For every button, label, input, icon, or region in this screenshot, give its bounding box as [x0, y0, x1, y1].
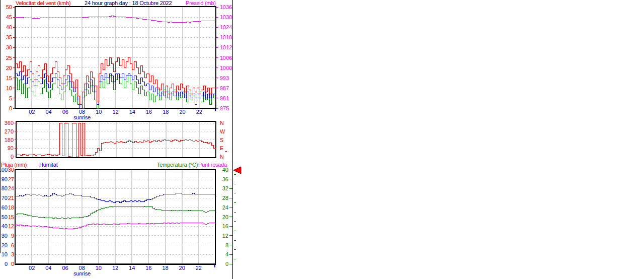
wind-axis-tick-label: 40	[6, 24, 12, 30]
rain-axis-tick-label: 9	[11, 233, 14, 239]
pressure-axis-title: Pressió (mb)	[186, 1, 216, 6]
compass-axis-label: N	[220, 120, 224, 126]
humidity-legend-label: Humitat	[39, 162, 58, 168]
direction-axis-tick-label: 270	[5, 128, 14, 134]
wind-speed-axis-title: Velocitat del vent (kmh)	[16, 1, 71, 6]
pressure-axis-tick-label: 1030	[220, 14, 232, 20]
humidity-axis-tick-label: 0	[5, 261, 8, 267]
x-axis-hour-label: 06	[62, 265, 68, 271]
wind-axis-tick-label: 5	[9, 95, 12, 101]
wind-axis-tick-label: 45	[6, 14, 12, 20]
pressure-axis-tick-label: 993	[220, 75, 229, 81]
x-axis-hour-label: 18	[163, 109, 169, 115]
temperature-axis-tick-label: 32	[222, 185, 228, 191]
temperature-axis-tick-label: 0	[225, 261, 228, 267]
wind-axis-tick-label: 35	[6, 34, 12, 40]
wind-axis-tick-label: 0	[9, 105, 12, 111]
x-axis-hour-label: 22	[196, 265, 202, 271]
pressure-axis-tick-label: 987	[220, 85, 229, 91]
graph-title: 24 hour graph day : 18 Octubre 2022	[85, 1, 172, 6]
wind-axis-tick-label: 15	[6, 75, 12, 81]
x-axis-hour-label: 10	[96, 109, 102, 115]
x-axis-end-tick	[215, 109, 216, 111]
x-axis-hour-label: 04	[45, 265, 51, 271]
compass-axis-label: S	[220, 137, 223, 143]
temperature-axis-tick-label: 16	[222, 223, 228, 229]
x-axis-hour-label: 22	[196, 109, 202, 115]
rain-legend-label: Pluja (mm)	[1, 162, 27, 168]
humidity-axis-tick-label: 60	[2, 204, 8, 211]
temperature-axis-tick-label: 12	[222, 233, 228, 239]
sunrise-label-bottom: sunrise	[72, 271, 92, 276]
rain-axis-tick-label: 21	[8, 195, 14, 201]
rain-axis-tick-label: 0	[11, 261, 14, 267]
wind-axis-tick-label: 25	[6, 55, 12, 61]
temperature-axis-tick-label: 28	[222, 195, 228, 201]
pressure-axis-tick-label: 1018	[220, 34, 232, 40]
direction-axis-tick-label: 0	[11, 154, 14, 160]
x-axis-hour-label: 20	[179, 265, 185, 271]
x-axis-hour-label: 14	[129, 109, 135, 115]
wind-axis-tick-label: 10	[6, 85, 12, 91]
pressure-axis-tick-label: 1000	[220, 65, 232, 71]
x-axis-hour-label: 02	[29, 265, 35, 271]
current-level-arrow-icon	[233, 167, 241, 174]
pressure-axis-tick-label: 1036	[220, 4, 232, 10]
direction-axis-tick-label: 360	[5, 120, 14, 126]
wind-axis-tick-label: 20	[6, 65, 12, 71]
rain-axis-tick-label: 24	[8, 185, 14, 191]
temperature-axis-tick-label: 4	[225, 251, 228, 257]
x-axis-hour-label: 02	[29, 109, 35, 115]
humidity-axis-tick-label: 80	[2, 185, 8, 191]
pressure-axis-tick-label: 1024	[220, 24, 232, 30]
x-axis-hour-label: 18	[162, 265, 168, 271]
weather-24h-graph-page: 5045403530252015105010361030102410181012…	[0, 0, 644, 279]
humidity-axis-tick-label: 30	[2, 233, 8, 239]
x-axis-hour-label: 20	[179, 109, 185, 115]
weather-graph-canvas: 5045403530252015105010361030102410181012…	[0, 0, 644, 279]
pressure-axis-tick-label: 1012	[220, 44, 232, 50]
temperature-axis-tick-label: 24	[222, 204, 228, 211]
humidity-axis-tick-label: 70	[2, 195, 8, 201]
temperature-axis-tick-label: 8	[225, 242, 228, 248]
temperature-axis-tick-label: 20	[222, 214, 228, 220]
x-axis-end-tick	[214, 265, 215, 267]
x-axis-hour-label: 10	[96, 265, 102, 271]
rain-axis-tick-label: 12	[8, 223, 14, 229]
x-axis-hour-label: 04	[45, 109, 51, 115]
pressure-axis-tick-label: 975	[220, 105, 229, 111]
direction-axis-tick-label: 90	[8, 145, 14, 151]
humidity-axis-tick-label: 40	[2, 223, 8, 229]
humidity-axis-tick-label: 10	[2, 251, 8, 257]
humidity-axis-tick-label: 90	[2, 176, 8, 182]
dewpoint-legend-label: Punt rosada	[198, 162, 227, 168]
pressure-axis-tick-label: 981	[220, 95, 229, 101]
wind-axis-tick-label: 30	[6, 44, 12, 50]
rain-axis-tick-label: 6	[11, 242, 14, 248]
x-axis-hour-label: 14	[129, 265, 135, 271]
temperature-legend-label: Temperatura (°C)	[157, 162, 198, 168]
sunrise-label-top: sunrise	[72, 115, 92, 120]
x-axis-hour-label: 06	[62, 109, 68, 115]
x-axis-hour-label: 12	[112, 265, 118, 271]
x-axis-hour-label: 16	[146, 109, 152, 115]
wind-axis-tick-label: 50	[6, 4, 12, 10]
rain-axis-tick-label: 15	[8, 214, 14, 220]
temperature-axis-tick-label: 36	[222, 176, 228, 182]
pressure-axis-tick-label: 1006	[220, 55, 232, 61]
x-axis-hour-label: 12	[112, 109, 118, 115]
rain-axis-tick-label: 3	[11, 251, 14, 257]
compass-axis-label: E	[220, 145, 223, 151]
rain-axis-tick-label: 27	[8, 176, 14, 182]
compass-axis-label: W	[220, 128, 225, 134]
humidity-axis-tick-label: 50	[2, 214, 8, 220]
rain-axis-tick-label: 18	[8, 204, 14, 211]
humidity-axis-tick-label: 20	[2, 242, 8, 248]
x-axis-hour-label: 16	[145, 265, 151, 271]
direction-axis-tick-label: 180	[5, 137, 14, 143]
compass-axis-label: N	[220, 154, 224, 160]
